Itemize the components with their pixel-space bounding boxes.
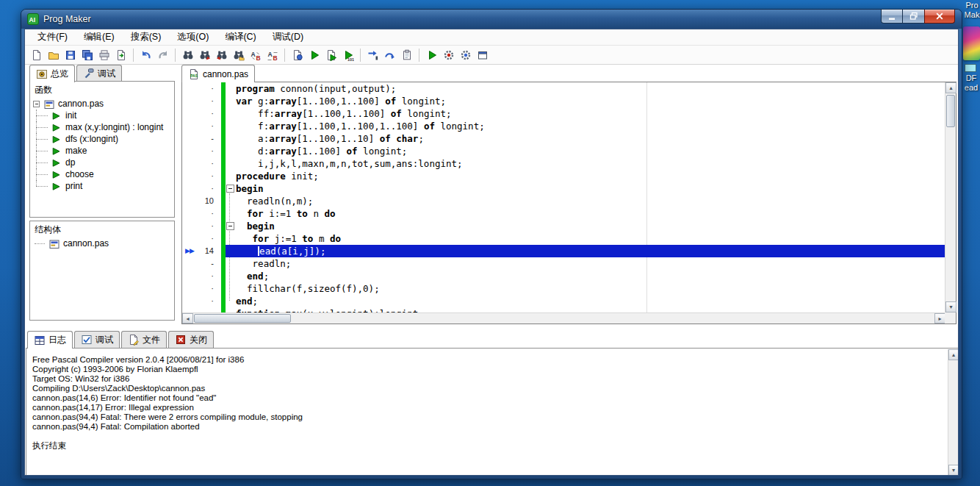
gutter-cell[interactable]: - (182, 132, 221, 145)
code-line[interactable]: 14▶▶ ead(a[i,j]); (182, 245, 945, 257)
run-button[interactable] (306, 47, 323, 63)
gutter-cell[interactable]: · (182, 270, 221, 282)
titlebar[interactable]: AI Prog Maker (21, 10, 962, 29)
gutter-cell[interactable]: · (182, 157, 221, 170)
minimize-button[interactable] (881, 10, 903, 24)
gutter-cell[interactable]: · (182, 295, 221, 307)
desktop-app-icon[interactable] (963, 26, 980, 60)
maximize-button[interactable] (903, 10, 924, 24)
gutter-cell[interactable]: · (182, 95, 221, 107)
code-line[interactable]: · fillchar(f,sizeof(f),0); (182, 282, 945, 295)
fold-toggle[interactable] (226, 222, 234, 230)
find-next-button[interactable] (196, 47, 213, 63)
scroll-left-button[interactable]: ◂ (182, 313, 193, 324)
code-line[interactable]: ·program connon(input,output); (182, 82, 945, 95)
desktop-icon-label[interactable]: ProMak (962, 1, 980, 20)
output-tab-close[interactable]: 关闭 (168, 331, 214, 348)
print-button[interactable] (96, 47, 112, 63)
function-item[interactable]: init (30, 110, 174, 121)
code-line[interactable]: - readln; (182, 257, 945, 270)
code-line[interactable]: · for i:=1 to n do (182, 207, 945, 220)
menu-item-debug[interactable]: 调试(D) (264, 29, 311, 46)
output-tab-files[interactable]: 文件 (121, 331, 167, 348)
code-line[interactable]: ·begin (182, 182, 945, 195)
menu-item-compile[interactable]: 编译(C) (217, 29, 264, 46)
view-windows-button[interactable] (474, 47, 491, 63)
menu-item-search[interactable]: 搜索(S) (123, 29, 170, 46)
add-watch-button[interactable] (398, 47, 415, 63)
compile-button[interactable] (289, 47, 306, 63)
scroll-down-button[interactable]: ▾ (948, 465, 959, 476)
replace-all-button[interactable]: AB (264, 47, 281, 63)
editor-vscrollbar[interactable]: ▴ ▾ (945, 82, 956, 312)
tab-cannon-pas[interactable]: PAS cannon.pas (181, 65, 255, 82)
step-over-button[interactable] (381, 47, 398, 63)
code-line[interactable]: · ff:array[1..100,1..100] of longint; (182, 107, 945, 120)
profile-button[interactable] (440, 47, 457, 63)
gutter-cell[interactable]: · (182, 207, 221, 220)
scroll-right-button[interactable]: ▸ (934, 313, 945, 324)
function-item[interactable]: dp (30, 157, 174, 168)
debug-run-button[interactable] (423, 47, 440, 63)
tab-debug[interactable]: 调试 (76, 65, 122, 82)
code-line[interactable]: · begin (182, 220, 945, 232)
new-file-button[interactable] (28, 47, 45, 63)
function-item[interactable]: max (x,y:longint) : longint (30, 121, 174, 133)
code-line[interactable]: ·function max(x,y:longint):longint; (182, 307, 945, 312)
functions-root[interactable]: cannon.pas (30, 98, 174, 110)
gutter-cell[interactable]: · (182, 107, 221, 120)
code-line[interactable]: · d:array[1..100] of longint; (182, 145, 945, 157)
code-line[interactable]: ·var g:array[1..100,1..100] of longint; (182, 95, 945, 107)
gutter-cell[interactable]: · (182, 82, 221, 95)
gutter-cell[interactable]: · (182, 220, 221, 232)
gutter-cell[interactable]: 14▶▶ (182, 245, 221, 257)
code-line[interactable]: 10 readln(n,m); (182, 195, 945, 207)
scroll-thumb[interactable] (946, 95, 955, 127)
scroll-down-button[interactable]: ▾ (945, 301, 956, 312)
replace-button[interactable]: AB (247, 47, 264, 63)
gutter-cell[interactable]: - (182, 257, 221, 270)
open-file-button[interactable] (45, 47, 62, 63)
gutter-cell[interactable]: 10 (182, 195, 221, 207)
close-button[interactable] (924, 10, 955, 24)
function-item[interactable]: dfs (x:longint) (30, 133, 174, 145)
gutter-cell[interactable]: · (182, 182, 221, 195)
undo-button[interactable] (137, 47, 154, 63)
collapse-toggle[interactable] (33, 101, 40, 107)
code-area[interactable]: ·program connon(input,output);·var g:arr… (182, 82, 945, 312)
code-line[interactable]: ·procedure init; (182, 170, 945, 182)
output-tab-log[interactable]: 日志 (27, 331, 73, 349)
find-in-files-button[interactable] (230, 47, 247, 63)
code-line[interactable]: · end; (182, 270, 945, 282)
log-vscrollbar[interactable]: ▴ ▾ (948, 349, 959, 476)
scroll-up-button[interactable]: ▴ (948, 349, 959, 360)
save-file-button[interactable] (62, 47, 79, 63)
gutter-cell[interactable]: · (182, 232, 221, 245)
build-all-button[interactable]: 101 (339, 47, 356, 63)
desktop-icon-label[interactable]: DFead (962, 74, 980, 93)
scroll-up-button[interactable]: ▴ (945, 82, 956, 93)
stop-button[interactable] (457, 47, 474, 63)
step-into-button[interactable] (364, 47, 381, 63)
menu-item-file[interactable]: 文件(F) (29, 29, 76, 46)
gutter-cell[interactable]: · (182, 282, 221, 295)
function-item[interactable]: print (30, 180, 174, 192)
function-item[interactable]: make (30, 145, 174, 157)
code-line[interactable]: - a:array[1..100,1..10] of char; (182, 132, 945, 145)
save-all-button[interactable] (79, 47, 96, 63)
code-line[interactable]: · f:array[1..100,1..100,1..100] of longi… (182, 120, 945, 132)
gutter-cell[interactable]: · (182, 307, 221, 312)
function-item[interactable]: choose (30, 168, 174, 180)
gutter-cell[interactable]: · (182, 170, 221, 182)
code-line[interactable]: ·end; (182, 295, 945, 307)
compile-and-run-button[interactable] (323, 47, 339, 63)
gutter-cell[interactable]: · (182, 120, 221, 132)
menu-item-options[interactable]: 选项(O) (169, 29, 217, 46)
desktop-icon[interactable] (965, 64, 976, 72)
structs-root[interactable]: cannon.pas (30, 237, 174, 249)
code-line[interactable]: · for j:=1 to m do (182, 232, 945, 245)
menu-item-edit[interactable]: 编辑(E) (76, 29, 123, 46)
redo-button[interactable] (154, 47, 171, 63)
output-tab-debug[interactable]: 调试 (74, 331, 120, 348)
scroll-thumb[interactable] (194, 314, 291, 323)
